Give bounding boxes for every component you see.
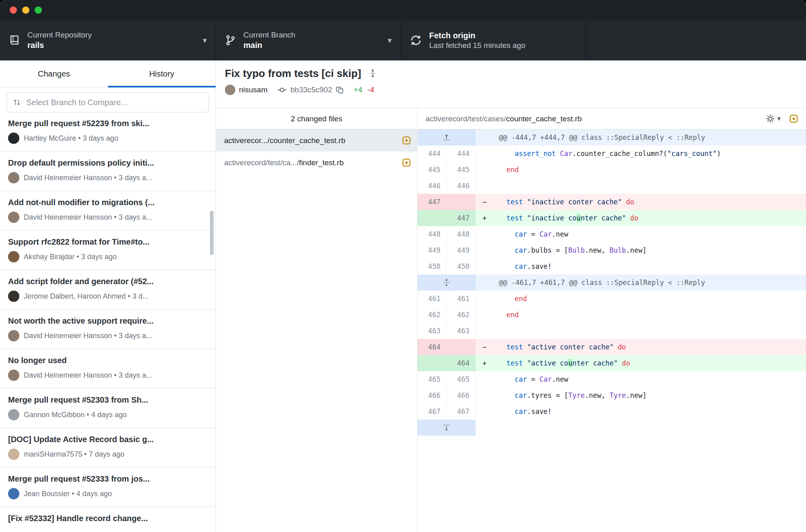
new-line-number: 445 [447, 162, 476, 178]
diff-marker [476, 323, 493, 339]
content: Changes History Select Branch to Compare… [0, 60, 806, 532]
commit-item-meta: David Heinemeier Hansson • 3 days a... [24, 332, 152, 340]
diff-marker [476, 242, 493, 258]
code-line: car.save! [493, 403, 806, 420]
diff-marker [476, 371, 493, 387]
code-line: assert_not Car.counter_cache_column?("ca… [493, 145, 806, 162]
commit-item-title: Add script folder and generator (#52... [8, 277, 208, 286]
close-window-button[interactable] [10, 6, 17, 14]
new-line-number: 462 [447, 307, 476, 323]
commit-list-item[interactable]: Merge pull request #52239 from ski...Har… [0, 118, 216, 152]
avatar [8, 370, 19, 381]
new-line-number: 463 [447, 323, 476, 339]
diff-body: @@ -444,7 +444,7 @@ class ::SpecialReply… [418, 129, 806, 532]
new-line-number [447, 194, 476, 210]
new-line-number: 444 [447, 145, 476, 162]
diff-marker [476, 162, 493, 178]
diff-hunk-header-row[interactable]: @@ -461,7 +461,7 @@ class ::SpecialReply… [418, 274, 806, 291]
sidebar-tabbar: Changes History [0, 60, 216, 87]
diff-hunk-header-row[interactable]: @@ -444,7 +444,7 @@ class ::SpecialReply… [418, 129, 806, 145]
diff-options-button[interactable]: ▾ [766, 114, 781, 123]
diff-row: 445445 end [418, 162, 806, 178]
chevron-down-icon: ▾ [777, 114, 781, 123]
diff-row: 461461 end [418, 291, 806, 307]
commit-list-item[interactable]: Not worth the active support require...D… [0, 310, 216, 349]
expand-hunk-down-icon [442, 424, 451, 432]
commit-item-title: Merge pull request #52333 from jos... [8, 474, 208, 484]
old-line-number: 445 [418, 162, 447, 178]
breadcrumb-path: activerecord/test/cases/ [426, 114, 506, 123]
new-line-number: 461 [447, 291, 476, 307]
toolbar: Current Repository rails ▾ Current Branc… [0, 20, 806, 60]
diff-row: 448448 car = Car.new [418, 226, 806, 242]
old-line-number: 466 [418, 387, 447, 403]
diff-row: 449449 car.bulbs = [Bulb.new, Bulb.new] [418, 242, 806, 258]
diff-row: 444444 assert_not Car.counter_cache_colu… [418, 145, 806, 162]
diff-row: 446446 [418, 178, 806, 194]
commit-item-title: Add not-null modifier to migrations (... [8, 198, 208, 207]
file-name: activerecor.../counter_cache_test.rb [224, 136, 398, 145]
avatar [8, 409, 19, 420]
history-sidebar: Changes History Select Branch to Compare… [0, 60, 216, 532]
commit-list-item[interactable]: Support rfc2822 format for Time#to...Aks… [0, 231, 216, 270]
compare-branch-input[interactable]: Select Branch to Compare... [6, 92, 209, 112]
commit-list-item[interactable]: [Fix #52332] Handle record change... [0, 507, 216, 532]
commit-list-item[interactable]: [DOC] Update Active Record basic g...man… [0, 428, 216, 468]
commit-item-meta: David Heinemeier Hansson • 3 days a... [24, 174, 152, 182]
code-line: end [493, 162, 806, 178]
old-line-number: 463 [418, 323, 447, 339]
compare-icon [12, 98, 21, 107]
commit-header: Fix typo from tests [ci skip] nisusam [216, 60, 806, 108]
copy-sha-icon[interactable] [336, 86, 344, 94]
commit-item-meta: Gannon McGibbon • 4 days ago [24, 411, 127, 419]
current-branch-dropdown[interactable]: Current Branch main ▾ [216, 20, 401, 60]
commit-item-meta: Jean Boussier • 4 days ago [24, 490, 112, 498]
avatar [8, 212, 19, 223]
old-line-number: 449 [418, 242, 447, 258]
code-line: test "inactive counter cache" do [493, 210, 806, 226]
diff-expand-row[interactable] [418, 420, 806, 436]
tab-changes[interactable]: Changes [0, 60, 108, 87]
minimize-window-button[interactable] [22, 6, 29, 14]
old-line-number [418, 355, 447, 371]
current-repository-dropdown[interactable]: Current Repository rails ▾ [0, 20, 216, 60]
new-line-number: 464 [447, 355, 476, 371]
expand-commit-details-icon[interactable] [368, 69, 377, 78]
fetch-origin-button[interactable]: Fetch origin Last fetched 15 minutes ago [401, 20, 586, 60]
diff-row: 447+ test "inactive counter cache" do [418, 210, 806, 226]
commit-list: Merge pull request #52239 from ski...Har… [0, 118, 216, 532]
file-row[interactable]: activerecord/test/ca.../finder_test.rb [216, 152, 417, 174]
modified-file-icon [402, 158, 411, 167]
old-line-number: 447 [418, 194, 447, 210]
diff-row: 463463 [418, 323, 806, 339]
expand-hunk-up-icon [442, 133, 451, 141]
tab-history[interactable]: History [108, 60, 216, 87]
new-line-number: 465 [447, 371, 476, 387]
chevron-down-icon: ▾ [388, 35, 392, 45]
old-line-number: 467 [418, 403, 447, 420]
diff-marker [476, 178, 493, 194]
commit-list-item[interactable]: Add not-null modifier to migrations (...… [0, 191, 216, 231]
old-line-number: 448 [418, 226, 447, 242]
commit-list-item[interactable]: Merge pull request #52333 from jos...Jea… [0, 468, 216, 507]
deletions-count: -4 [368, 85, 374, 94]
commit-item-meta: Akshay Birajdar • 3 days ago [24, 253, 116, 261]
git-commit-icon [277, 85, 287, 95]
compare-branch-wrap: Select Branch to Compare... [0, 87, 216, 118]
commit-list-item[interactable]: Merge pull request #52303 from Sh...Gann… [0, 389, 216, 428]
main-panel: Fix typo from tests [ci skip] nisusam [216, 60, 806, 532]
commit-item-meta: David Heinemeier Hansson • 3 days a... [24, 213, 152, 222]
diff-row: 464+ test "active counter cache" do [418, 355, 806, 371]
diff-row: 447− test "inactive conter cache" do [418, 194, 806, 210]
commit-list-item[interactable]: Add script folder and generator (#52...J… [0, 270, 216, 310]
modified-file-icon [789, 114, 798, 123]
zoom-window-button[interactable] [35, 6, 42, 14]
commit-list-item[interactable]: No longer usedDavid Heinemeier Hansson •… [0, 349, 216, 389]
code-line: car = Car.new [493, 226, 806, 242]
avatar [8, 291, 19, 302]
code-line: car = Car.new [493, 371, 806, 387]
code-line: test "inactive conter cache" do [493, 194, 806, 210]
scrollbar-thumb[interactable] [210, 211, 214, 255]
commit-list-item[interactable]: Drop default permissions policy initi...… [0, 152, 216, 191]
file-row[interactable]: activerecor.../counter_cache_test.rb [216, 129, 417, 152]
